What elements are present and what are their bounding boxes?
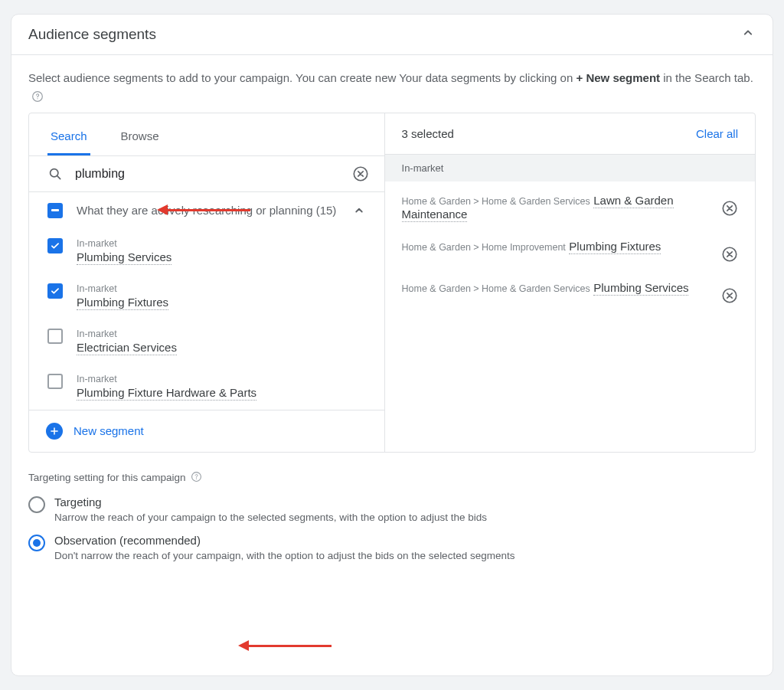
intro-suffix: in the Search tab. bbox=[660, 71, 753, 84]
result-eyebrow: In-market bbox=[77, 329, 177, 339]
remove-button[interactable] bbox=[721, 246, 738, 263]
result-row[interactable]: In-market Electrician Services bbox=[29, 319, 384, 365]
intro-prefix: Select audience segments to add to your … bbox=[28, 71, 576, 84]
result-row[interactable]: In-market Plumbing Services bbox=[29, 229, 384, 274]
plus-icon bbox=[46, 423, 63, 440]
segments-panel: Search Browse What they bbox=[28, 113, 756, 453]
tab-browse[interactable]: Browse bbox=[118, 117, 162, 155]
search-icon bbox=[47, 166, 63, 181]
radio-desc: Don't narrow the reach of your campaign,… bbox=[54, 550, 514, 561]
svg-line-3 bbox=[57, 175, 60, 178]
result-row[interactable]: In-market Plumbing Fixtures bbox=[29, 274, 384, 319]
new-segment-button[interactable]: New segment bbox=[29, 410, 384, 452]
selected-row: Home & Garden > Home & Garden Services P… bbox=[385, 269, 755, 310]
radio-title: Observation (recommended) bbox=[54, 534, 514, 547]
close-circle-icon bbox=[721, 200, 738, 217]
radio-observation[interactable]: Observation (recommended) Don't narrow t… bbox=[11, 523, 773, 561]
selected-name: Plumbing Fixtures bbox=[569, 240, 661, 254]
intro-bold: + New segment bbox=[576, 71, 660, 84]
chevron-up-icon bbox=[352, 204, 366, 217]
radio-title: Targeting bbox=[54, 495, 487, 509]
result-eyebrow: In-market bbox=[77, 283, 168, 294]
radio-selected-icon[interactable] bbox=[28, 535, 45, 551]
selected-row: Home & Garden > Home & Garden Services L… bbox=[385, 181, 755, 227]
clear-all-button[interactable]: Clear all bbox=[696, 127, 738, 140]
radio-label: Targeting Narrow the reach of your campa… bbox=[54, 495, 487, 523]
svg-point-9 bbox=[196, 478, 197, 479]
tabs: Search Browse bbox=[29, 113, 384, 156]
result-labels: In-market Plumbing Fixture Hardware & Pa… bbox=[77, 374, 256, 401]
clear-search-button[interactable] bbox=[352, 165, 369, 182]
audience-segments-card: Audience segments Select audience segmen… bbox=[11, 14, 773, 676]
remove-button[interactable] bbox=[721, 287, 738, 304]
help-icon[interactable] bbox=[31, 90, 44, 103]
annotation-arrow bbox=[238, 640, 332, 651]
checkbox-empty-icon[interactable] bbox=[47, 374, 63, 389]
selected-path: Home & Garden > Home & Garden Services bbox=[402, 196, 590, 207]
selected-row: Home & Garden > Home Improvement Plumbin… bbox=[385, 227, 755, 269]
result-name: Electrician Services bbox=[77, 341, 177, 355]
radio-icon[interactable] bbox=[28, 496, 45, 513]
checkbox-checked-icon[interactable] bbox=[47, 238, 63, 253]
checkbox-checked-icon[interactable] bbox=[47, 283, 63, 299]
targeting-heading: Targeting setting for this campaign bbox=[11, 453, 773, 485]
selected-count: 3 selected bbox=[402, 127, 454, 140]
checkbox-empty-icon[interactable] bbox=[47, 329, 63, 344]
selected-path: Home & Garden > Home Improvement bbox=[402, 242, 566, 253]
card-title: Audience segments bbox=[28, 26, 156, 43]
left-pane: Search Browse What they bbox=[29, 113, 385, 452]
checkbox-indeterminate-icon[interactable] bbox=[47, 203, 63, 218]
svg-point-1 bbox=[37, 98, 38, 99]
card-header: Audience segments bbox=[11, 15, 773, 54]
selected-path: Home & Garden > Home & Garden Services bbox=[402, 283, 590, 294]
radio-desc: Narrow the reach of your campaign to the… bbox=[54, 512, 487, 523]
result-eyebrow: In-market bbox=[77, 374, 256, 384]
result-eyebrow: In-market bbox=[77, 238, 172, 249]
result-labels: In-market Plumbing Services bbox=[77, 238, 172, 265]
chevron-up-icon bbox=[740, 25, 756, 41]
close-circle-icon bbox=[721, 246, 738, 263]
right-pane: 3 selected Clear all In-market Home & Ga… bbox=[385, 113, 755, 452]
result-name: Plumbing Fixture Hardware & Parts bbox=[77, 386, 256, 401]
result-labels: In-market Electrician Services bbox=[77, 329, 177, 355]
result-name: Plumbing Fixtures bbox=[77, 296, 168, 310]
selected-group-label: In-market bbox=[385, 155, 755, 181]
intro-text: Select audience segments to add to your … bbox=[11, 55, 773, 110]
close-circle-icon bbox=[352, 165, 369, 182]
selected-name: Plumbing Services bbox=[593, 281, 688, 296]
right-header: 3 selected Clear all bbox=[385, 113, 755, 155]
close-circle-icon bbox=[721, 287, 738, 304]
radio-targeting[interactable]: Targeting Narrow the reach of your campa… bbox=[11, 485, 773, 523]
radio-label: Observation (recommended) Don't narrow t… bbox=[54, 534, 514, 561]
result-labels: In-market Plumbing Fixtures bbox=[77, 283, 168, 310]
result-name: Plumbing Services bbox=[77, 250, 172, 265]
remove-button[interactable] bbox=[721, 200, 738, 217]
search-input[interactable] bbox=[74, 166, 352, 181]
tab-search[interactable]: Search bbox=[47, 117, 90, 155]
new-segment-label: New segment bbox=[74, 424, 144, 437]
search-row bbox=[29, 156, 384, 192]
result-row[interactable]: In-market Plumbing Fixture Hardware & Pa… bbox=[29, 365, 384, 410]
annotation-arrow bbox=[157, 204, 250, 215]
collapse-button[interactable] bbox=[740, 25, 756, 44]
help-icon[interactable] bbox=[191, 471, 202, 485]
